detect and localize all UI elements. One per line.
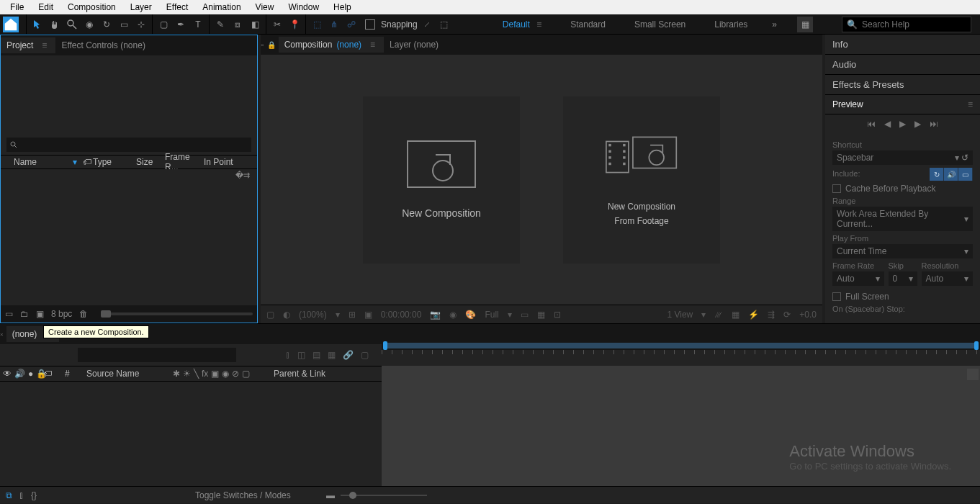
tag-icon[interactable]: 🏷 xyxy=(83,157,93,167)
selection-tool[interactable] xyxy=(30,17,45,32)
vf-views[interactable]: 1 View xyxy=(667,310,693,320)
resolution-field[interactable]: Auto▾ xyxy=(922,271,974,286)
col-size[interactable]: Size xyxy=(136,157,165,167)
tl-opt4-icon[interactable]: ▦ xyxy=(328,350,336,360)
footer-icon1[interactable]: ⧉ xyxy=(6,490,12,500)
new-composition-footage-card[interactable]: New CompositionFrom Footage xyxy=(563,96,720,264)
zoom-out-icon[interactable]: ▬ xyxy=(326,490,335,500)
thumb-slider[interactable] xyxy=(101,312,253,315)
brush-tool[interactable]: ✎ xyxy=(212,17,228,32)
time-ruler[interactable] xyxy=(382,350,980,366)
vf-snap-icon[interactable]: 📷 xyxy=(430,310,441,320)
workspace-libraries[interactable]: Libraries xyxy=(710,17,752,32)
project-list[interactable]: �⇉ xyxy=(1,169,257,305)
col-parent[interactable]: Parent & Link xyxy=(259,369,325,379)
orbit-tool[interactable]: ◉ xyxy=(81,17,97,32)
vf-refresh-icon[interactable]: ⟳ xyxy=(783,310,791,320)
menu-layer[interactable]: Layer xyxy=(123,2,159,12)
workspace-standard[interactable]: Standard xyxy=(566,17,610,32)
eraser-tool[interactable]: ◧ xyxy=(247,17,263,32)
panel-preview[interactable]: Preview≡ xyxy=(825,95,980,114)
tag-col-icon[interactable]: 🏷 xyxy=(43,369,52,379)
lock-icon[interactable]: 🔒 xyxy=(267,41,276,49)
search-help-input[interactable] xyxy=(862,19,963,30)
vf-mask-icon[interactable]: ▣ xyxy=(364,310,372,320)
vf-color-icon[interactable]: 🎨 xyxy=(465,310,476,320)
menu-composition[interactable]: Composition xyxy=(60,2,123,12)
tab-effect-controls[interactable]: Effect Controls (none) xyxy=(55,37,154,53)
folder-icon[interactable]: 🗀 xyxy=(20,309,29,319)
col-source[interactable]: Source Name xyxy=(79,369,173,379)
sw8-icon[interactable]: ▢ xyxy=(242,369,250,379)
interpret-icon[interactable]: ▭ xyxy=(5,309,13,319)
text-tool[interactable]: T xyxy=(190,17,206,32)
trash-icon[interactable]: 🗑 xyxy=(79,309,88,319)
snap-opt2-icon[interactable]: ⬚ xyxy=(436,17,452,32)
panel-effects-presets[interactable]: Effects & Presets xyxy=(825,75,980,95)
snap-opt1-icon[interactable]: ⟋ xyxy=(419,17,435,32)
panel-info[interactable]: Info xyxy=(825,35,980,55)
workspace-default[interactable]: Default ≡ xyxy=(498,17,546,32)
zoom-tool[interactable] xyxy=(64,17,80,32)
sw6-icon[interactable]: ◉ xyxy=(222,369,229,379)
framerate-field[interactable]: Auto▾ xyxy=(832,271,884,286)
menu-file[interactable]: File xyxy=(3,2,31,12)
footer-icon2[interactable]: ⫿ xyxy=(19,490,24,500)
col-inpoint[interactable]: In Point xyxy=(204,157,233,167)
pen-tool[interactable]: ✒ xyxy=(173,17,189,32)
sw3-icon[interactable]: ╲ xyxy=(194,369,199,379)
playfrom-field[interactable]: Current Time▾ xyxy=(832,244,973,258)
vf-3d-icon[interactable]: ◉ xyxy=(449,310,457,320)
vf-share-icon[interactable]: ⫻ xyxy=(714,310,723,320)
sw7-icon[interactable]: ⊘ xyxy=(232,369,239,379)
include-icons[interactable]: ↻🔊▭ xyxy=(930,168,973,181)
anchor-tool[interactable]: ⊹ xyxy=(133,17,149,32)
roto-tool[interactable]: ✂ xyxy=(269,17,285,32)
clone-tool[interactable]: ⧈ xyxy=(230,17,246,32)
sort-icon[interactable]: ▾ xyxy=(73,157,83,167)
link-icon[interactable]: ☍ xyxy=(343,17,359,32)
camera-tool[interactable]: ▭ xyxy=(116,17,132,32)
vf-fast-icon[interactable]: ⚡ xyxy=(748,310,759,320)
hand-tool[interactable] xyxy=(47,17,63,32)
col-type[interactable]: Type xyxy=(93,157,136,167)
workspace-more-icon[interactable]: » xyxy=(772,19,777,30)
audio-col-icon[interactable]: 🔊 xyxy=(14,369,25,379)
last-frame-icon[interactable]: ⏭ xyxy=(930,119,938,129)
eye-col-icon[interactable]: 👁 xyxy=(3,369,12,379)
timeline-search-input[interactable] xyxy=(78,348,236,362)
sw1-icon[interactable]: ✱ xyxy=(173,369,180,379)
zoom-slider[interactable] xyxy=(341,495,427,496)
tl-opt6-icon[interactable]: ▢ xyxy=(361,350,369,360)
col-num[interactable]: # xyxy=(65,369,79,379)
project-search-input[interactable] xyxy=(6,138,251,152)
footer-icon3[interactable]: {} xyxy=(31,490,37,500)
tl-opt1-icon[interactable]: ⫿ xyxy=(286,350,290,360)
tl-opt3-icon[interactable]: ▤ xyxy=(313,350,320,360)
panel-audio[interactable]: Audio xyxy=(825,55,980,75)
rotate-tool[interactable]: ↻ xyxy=(99,17,114,32)
toggle-switches-button[interactable]: Toggle Switches / Modes xyxy=(195,490,291,500)
snapping-checkbox[interactable] xyxy=(365,19,375,30)
sw2-icon[interactable]: ☀ xyxy=(183,369,191,379)
bone-icon[interactable]: ⋔ xyxy=(326,17,342,32)
puppet-tool[interactable]: 📍 xyxy=(287,17,302,32)
vf-alpha-icon[interactable]: ▢ xyxy=(266,310,274,320)
vf-res[interactable]: Full xyxy=(485,310,498,320)
menu-window[interactable]: Window xyxy=(281,2,326,12)
vf-flow-icon[interactable]: ⇶ xyxy=(768,310,775,320)
bpc-label[interactable]: 8 bpc xyxy=(51,309,72,319)
vf-dd2-icon[interactable]: ▾ xyxy=(508,310,512,320)
home-button[interactable] xyxy=(3,17,19,32)
fullscreen-checkbox[interactable]: Full Screen xyxy=(832,292,973,302)
menu-help[interactable]: Help xyxy=(326,2,359,12)
comp-icon[interactable]: ▣ xyxy=(36,309,44,319)
timeline-tab-close-icon[interactable]: × xyxy=(0,331,4,338)
timeline-layer-list[interactable] xyxy=(0,382,382,486)
vf-scale[interactable]: (100%) xyxy=(299,310,327,320)
flowchart-icon[interactable]: �⇉ xyxy=(235,171,250,180)
shortcut-field[interactable]: Spacebar▾ ↺ xyxy=(832,150,973,165)
menu-view[interactable]: View xyxy=(248,2,282,12)
vf-roi-icon[interactable]: ▭ xyxy=(521,310,529,320)
rectangle-tool[interactable]: ▢ xyxy=(156,17,171,32)
